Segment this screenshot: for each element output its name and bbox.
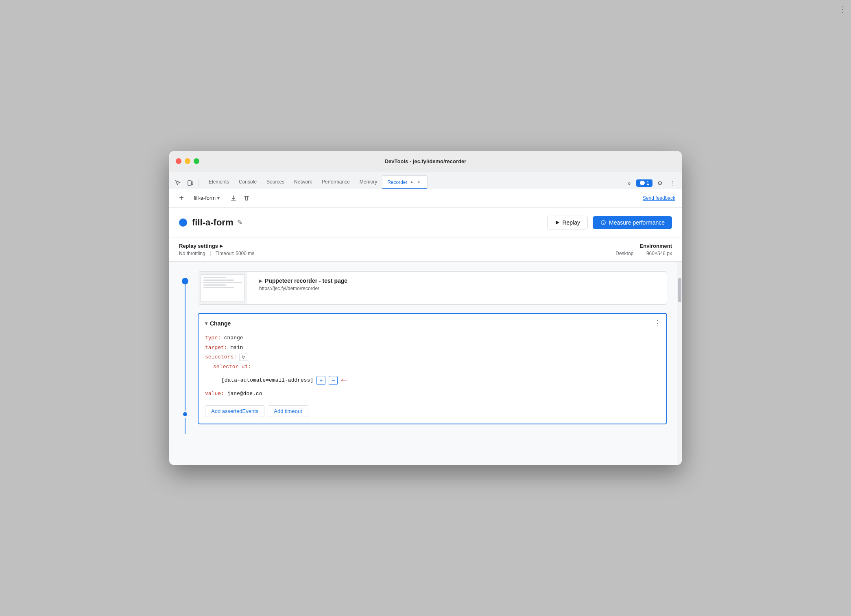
- send-feedback-link[interactable]: Send feedback: [643, 195, 675, 201]
- window-controls: [176, 158, 199, 164]
- replay-settings-details: No throttling Timeout: 5000 ms: [179, 251, 615, 256]
- code-type-line: type: change: [205, 333, 660, 343]
- recorder-header: fill-a-form ✎ Replay Measure performance: [169, 208, 682, 238]
- add-asserted-events-button[interactable]: Add assertedEvents: [205, 405, 264, 417]
- tab-sources[interactable]: Sources: [262, 175, 289, 189]
- tab-network[interactable]: Network: [289, 175, 317, 189]
- tab-elements[interactable]: Elements: [204, 175, 234, 189]
- environment-details: Desktop 960×546 px: [615, 251, 672, 257]
- env-divider: [640, 251, 640, 256]
- svg-marker-3: [556, 221, 559, 225]
- settings-divider: [210, 251, 211, 256]
- edit-recording-icon[interactable]: ✎: [237, 218, 242, 226]
- step-2-more-button[interactable]: ⋮: [654, 319, 661, 328]
- code-target-line: target: main: [205, 343, 660, 352]
- timeline-line-2: [185, 418, 185, 434]
- device-icon[interactable]: [185, 177, 196, 189]
- maximize-button[interactable]: [194, 158, 199, 164]
- timeline-node-1: [182, 278, 188, 284]
- dropdown-icon: ▾: [217, 195, 220, 201]
- timeline-line-1: [185, 284, 185, 410]
- code-selector1-value-line: [data-automate=email-address] + − ←: [205, 371, 660, 389]
- step-1-title: ▶ Puppeteer recorder - test page: [259, 277, 661, 284]
- remove-selector-button[interactable]: −: [329, 376, 338, 385]
- thumb-line-5: [203, 287, 234, 288]
- toolbar-actions: [228, 192, 252, 204]
- step-1-content: ▶ Puppeteer recorder - test page https:/…: [253, 272, 667, 297]
- step-1-card: ▶ Puppeteer recorder - test page https:/…: [198, 271, 667, 305]
- step-1-url: https://jec.fyi/demo/recorder: [259, 286, 661, 291]
- measure-performance-button[interactable]: Measure performance: [593, 216, 672, 229]
- steps-list: ▶ Puppeteer recorder - test page https:/…: [198, 271, 667, 434]
- steps-wrapper: ▶ Puppeteer recorder - test page https:/…: [169, 262, 677, 434]
- scrollbar-thumb[interactable]: [678, 278, 681, 302]
- step-2-header: ▾ Change: [205, 320, 660, 327]
- svg-rect-1: [192, 182, 193, 185]
- export-recording-button[interactable]: [228, 192, 239, 204]
- close-button[interactable]: [176, 158, 181, 164]
- selector-picker-icon[interactable]: [239, 354, 248, 361]
- titlebar: DevTools - jec.fyi/demo/recorder: [169, 151, 682, 172]
- svg-point-2: [411, 181, 412, 183]
- devtools-window: DevTools - jec.fyi/demo/recorder Element…: [169, 151, 682, 465]
- replay-settings-bar: Replay settings ▶ No throttling Timeout:…: [169, 238, 682, 262]
- recording-title: fill-a-form: [192, 217, 233, 228]
- delete-recording-button[interactable]: [241, 192, 252, 204]
- replay-settings-right: Environment Desktop 960×546 px: [615, 243, 672, 257]
- devtools-tools: [172, 177, 201, 189]
- timeline-node-2: [183, 412, 187, 416]
- chat-button[interactable]: 1: [636, 179, 652, 187]
- more-options-icon[interactable]: ⋮: [667, 177, 679, 189]
- devtools-tab-bar: Elements Console Sources Network Perform…: [169, 172, 682, 189]
- action-buttons: Add assertedEvents Add timeout: [205, 405, 660, 417]
- inspect-icon[interactable]: [172, 177, 184, 189]
- thumbnail-content: [201, 274, 244, 302]
- tab-divider: [199, 179, 199, 187]
- main-content-area: ▶ Puppeteer recorder - test page https:/…: [169, 262, 682, 465]
- steps-area: ▶ Puppeteer recorder - test page https:/…: [169, 262, 677, 465]
- replay-settings-arrow: ▶: [220, 244, 223, 248]
- recording-selector[interactable]: fill-a-form ▾: [190, 193, 223, 203]
- code-value-line: value: jane@doe.co: [205, 389, 660, 398]
- recorder-toolbar: + fill-a-form ▾ Send feedback: [169, 189, 682, 208]
- settings-icon[interactable]: ⚙: [654, 177, 666, 189]
- scrollbar-track: [677, 262, 682, 465]
- thumb-line-1: [203, 277, 226, 278]
- step-1-expand-icon[interactable]: ▶: [259, 279, 262, 283]
- timeline: [179, 271, 191, 434]
- window-title: DevTools - jec.fyi/demo/recorder: [385, 158, 467, 164]
- replay-button[interactable]: Replay: [547, 216, 588, 229]
- recording-status-dot: [179, 218, 187, 227]
- thumb-line-3: [203, 282, 242, 283]
- tab-memory[interactable]: Memory: [355, 175, 382, 189]
- svg-rect-0: [188, 181, 191, 186]
- thumb-line-2: [203, 280, 234, 281]
- step-2-card: ▾ Change ⋮ type: change target: main: [198, 313, 667, 424]
- add-recording-button[interactable]: +: [176, 192, 187, 204]
- more-tabs-icon[interactable]: »: [623, 177, 635, 189]
- tab-recorder[interactable]: Recorder ×: [382, 175, 427, 189]
- replay-settings-title[interactable]: Replay settings ▶: [179, 243, 615, 249]
- tab-console[interactable]: Console: [234, 175, 262, 189]
- code-block: type: change target: main selectors:: [205, 333, 660, 398]
- minimize-button[interactable]: [185, 158, 190, 164]
- add-timeout-button[interactable]: Add timeout: [268, 405, 308, 417]
- thumb-line-4: [203, 284, 226, 286]
- replay-settings-left: Replay settings ▶ No throttling Timeout:…: [179, 243, 615, 256]
- add-selector-button[interactable]: +: [316, 376, 325, 385]
- code-selector1-label: selector #1:: [205, 362, 660, 371]
- scroll-area: ▶ Puppeteer recorder - test page https:/…: [169, 262, 677, 465]
- code-selectors-line: selectors:: [205, 352, 660, 362]
- environment-title: Environment: [615, 243, 672, 249]
- arrow-indicator: ←: [341, 371, 347, 389]
- tab-performance[interactable]: Performance: [317, 175, 355, 189]
- recorder-tab-close[interactable]: ×: [416, 179, 422, 186]
- step-2-expand-icon[interactable]: ▾: [205, 321, 207, 326]
- tabs-right-area: » 1 ⚙ ⋮: [623, 177, 679, 189]
- step-1-thumbnail: [198, 272, 247, 304]
